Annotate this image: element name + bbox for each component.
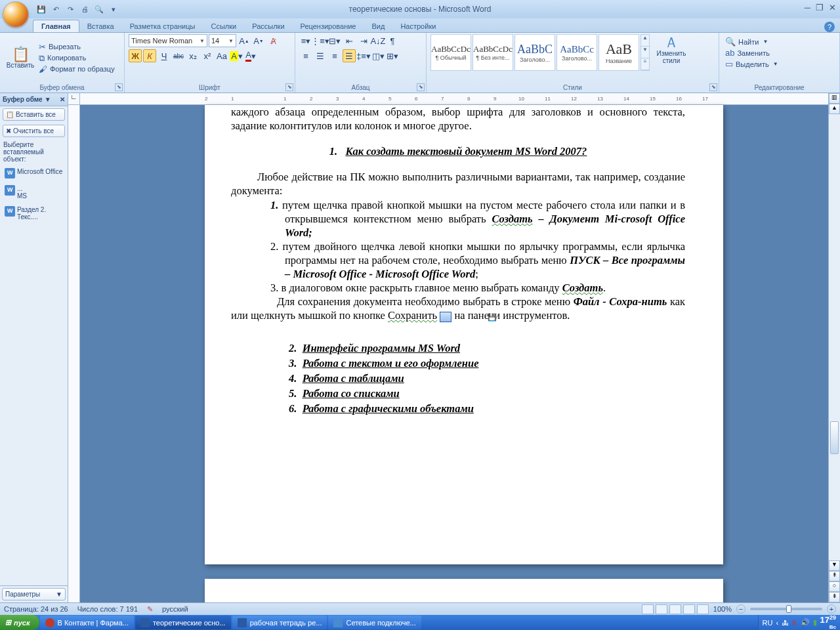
font-name-combo[interactable]: Times New Roman▼ [129,34,207,47]
ruler-toggle-button[interactable]: ▥ [829,93,840,104]
taskbar-item-4[interactable]: Сетевые подключе... [328,616,421,629]
view-draft[interactable] [697,604,709,614]
replace-button[interactable]: abЗаменить [723,48,835,58]
vertical-ruler[interactable] [68,105,79,602]
multilevel-button[interactable]: ⊟▾ [328,34,341,47]
proofing-icon[interactable]: ✎ [147,605,153,614]
clip-item-2[interactable]: ... MS [3,183,65,201]
line-spacing-button[interactable]: ‡≡▾ [357,49,370,62]
subscript-button[interactable]: x₂ [186,49,200,62]
close-button[interactable]: ✕ [829,3,836,12]
find-button[interactable]: 🔍Найти▼ [723,37,835,47]
taskbar-item-3[interactable]: рабочая тетрадь ре... [232,616,327,629]
shrink-font-button[interactable]: A▼ [252,34,265,47]
superscript-button[interactable]: x² [201,49,214,62]
styles-dialog-launcher[interactable]: ⬊ [709,83,717,91]
view-web-layout[interactable] [669,604,681,614]
paste-all-button[interactable]: 📋Вставить все [3,108,65,121]
style-heading2[interactable]: AaBbCcЗаголово... [556,34,597,71]
clear-all-button[interactable]: ✖Очистить все [3,125,65,137]
change-styles-button[interactable]: ＡИзменить стили [654,34,689,66]
italic-button[interactable]: К [143,49,156,62]
paragraph-dialog-launcher[interactable]: ⬊ [417,83,425,91]
tray-battery-icon[interactable]: ▮ [813,618,817,627]
paste-button[interactable]: 📋 Вставить [4,34,37,81]
tray-kaspersky-icon[interactable]: K [792,619,797,627]
strike-button[interactable]: abc [172,49,185,62]
justify-button[interactable]: ☰ [343,49,356,62]
tab-addins[interactable]: Настройки [392,20,444,32]
sort-button[interactable]: A↓Z [371,34,385,47]
increase-indent-button[interactable]: ⇥ [357,34,370,47]
highlight-button[interactable]: A▾ [230,49,243,62]
view-print-layout[interactable] [642,604,654,614]
font-dialog-launcher[interactable]: ⬊ [285,83,293,91]
minimize-button[interactable]: ─ [805,3,810,12]
document-page[interactable]: каждого абзаца определенным образом, выб… [205,105,723,564]
zoom-out-button[interactable]: − [736,604,746,614]
tab-review[interactable]: Рецензирование [293,20,364,32]
tab-page-layout[interactable]: Разметка страницы [122,20,203,32]
start-button[interactable]: ⊞пуск [0,615,39,630]
tray-network-icon[interactable]: 🖧 [782,619,789,627]
font-color-button[interactable]: A▾ [244,49,257,62]
align-right-button[interactable]: ≡ [328,49,341,62]
bold-button[interactable]: Ж [129,49,142,62]
status-page[interactable]: Страница: 24 из 26 [4,605,68,613]
style-title[interactable]: АаВНазвание [598,34,639,71]
style-no-spacing[interactable]: AaBbCcDc¶ Без инте... [472,34,513,71]
align-left-button[interactable]: ≡ [299,49,312,62]
vertical-scrollbar[interactable]: ▥ ▲ ▼ ⇞ ○ ⇟ [828,93,840,602]
select-button[interactable]: ▭Выделить▼ [723,59,835,69]
borders-button[interactable]: ⊞▾ [386,49,399,62]
horizontal-ruler[interactable]: 21 123 456 789 101112 131415 1617 [80,93,828,105]
format-painter-button[interactable]: 🖌Формат по образцу [37,64,117,74]
next-page-button[interactable]: ⇟ [829,592,840,602]
scroll-thumb[interactable] [830,421,839,454]
tab-mailings[interactable]: Рассылки [244,20,292,32]
style-heading1[interactable]: AaBbCЗаголово... [514,34,555,71]
numbering-button[interactable]: ⋮≡▾ [314,34,327,47]
cut-button[interactable]: ✂Вырезать [37,42,117,52]
clipboard-dialog-launcher[interactable]: ⬊ [115,83,123,91]
scroll-up-button[interactable]: ▲ [829,104,840,114]
tab-view[interactable]: Вид [364,20,393,32]
taskbar-item-2[interactable]: теоретические осно... [135,616,231,629]
tab-insert[interactable]: Вставка [79,20,122,32]
clip-item-1[interactable]: Microsoft Office [3,166,65,180]
clear-format-button[interactable]: A̷ [266,34,280,47]
tab-home[interactable]: Главная [33,20,79,32]
grow-font-button[interactable]: A▲ [238,34,251,47]
tab-selector[interactable]: ∟ [68,93,79,105]
view-full-screen[interactable] [656,604,667,614]
language-indicator[interactable]: RU [763,619,773,627]
pane-options-button[interactable]: Параметры▼ [2,588,66,600]
change-case-button[interactable]: Aa [215,49,228,62]
underline-button[interactable]: Ч [158,49,171,62]
tab-references[interactable]: Ссылки [203,20,244,32]
shading-button[interactable]: ◫▾ [371,49,385,62]
view-outline[interactable] [683,604,695,614]
taskbar-item-1[interactable]: В Контакте | Фарма... [40,616,134,629]
align-center-button[interactable]: ☰ [314,49,327,62]
zoom-slider[interactable] [750,608,822,610]
scroll-down-button[interactable]: ▼ [829,560,840,571]
pane-close-icon[interactable]: ✕ [60,96,65,103]
zoom-slider-thumb[interactable] [786,605,791,613]
status-words[interactable]: Число слов: 7 191 [77,605,138,613]
copy-button[interactable]: ⧉Копировать [37,53,117,63]
zoom-level[interactable]: 100% [713,605,732,613]
zoom-in-button[interactable]: + [827,604,836,614]
tray-volume-icon[interactable]: 🔊 [801,618,810,627]
clock[interactable]: 1729Вс [820,614,836,630]
style-normal[interactable]: AaBbCcDc¶ Обычный [430,34,471,71]
tray-icon[interactable]: ‹ [776,619,779,627]
styles-gallery-scroll[interactable]: ▲▼≡ [640,34,650,71]
font-size-combo[interactable]: 14▼ [209,34,236,47]
bullets-button[interactable]: ≡▾ [299,34,312,47]
restore-button[interactable]: ❐ [816,3,824,12]
document-next-page[interactable] [205,579,723,602]
show-marks-button[interactable]: ¶ [386,34,399,47]
browse-object-button[interactable]: ○ [829,581,840,592]
office-button[interactable] [3,1,29,28]
